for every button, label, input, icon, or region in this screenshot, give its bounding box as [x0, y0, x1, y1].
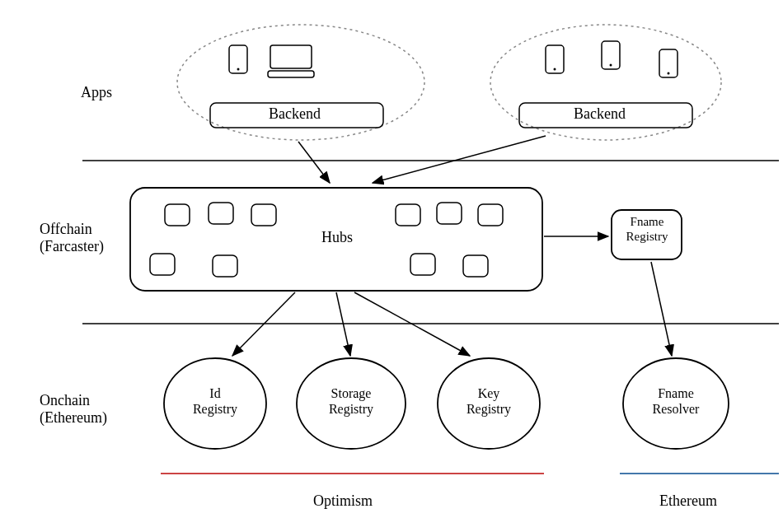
hub-node: [251, 204, 276, 226]
hub-node: [213, 255, 237, 277]
hub-node: [209, 203, 233, 224]
backend-1-label: Backend: [269, 105, 321, 123]
svg-point-0: [237, 68, 240, 71]
id-registry-label: Id Registry: [185, 385, 245, 417]
fname-registry-label: Fname Registry: [620, 214, 674, 244]
svg-point-4: [668, 72, 670, 75]
key-registry-label: Key Registry: [459, 385, 518, 417]
hub-node: [478, 204, 503, 226]
app-cluster-2: [490, 25, 721, 140]
layer-label-offchain: Offchain (Farcaster): [40, 221, 104, 255]
ethereum-label: Ethereum: [659, 492, 717, 510]
hub-node: [150, 254, 175, 275]
hub-node: [396, 204, 420, 226]
optimism-label: Optimism: [313, 492, 373, 510]
hub-node: [410, 254, 435, 275]
storage-registry-label: Storage Registry: [320, 385, 382, 417]
hub-node: [165, 204, 190, 226]
arrow-app2-to-hubs: [373, 136, 546, 183]
svg-point-2: [554, 68, 556, 71]
arrow-fname-registry-to-resolver: [651, 262, 672, 356]
layer-label-onchain: Onchain (Ethereum): [40, 392, 107, 427]
app-cluster-1: [177, 25, 424, 140]
architecture-diagram: [0, 0, 783, 532]
svg-rect-1: [268, 71, 314, 77]
svg-point-3: [610, 64, 612, 67]
layer-label-apps: Apps: [81, 84, 112, 101]
hubs-label: Hubs: [321, 229, 353, 246]
fname-resolver-label: Fname Resolver: [645, 385, 707, 417]
backend-2-label: Backend: [574, 105, 626, 123]
laptop-icon: [270, 45, 312, 68]
hub-node: [437, 203, 462, 224]
hub-node: [463, 255, 488, 277]
arrow-app1-to-hubs: [298, 142, 330, 183]
